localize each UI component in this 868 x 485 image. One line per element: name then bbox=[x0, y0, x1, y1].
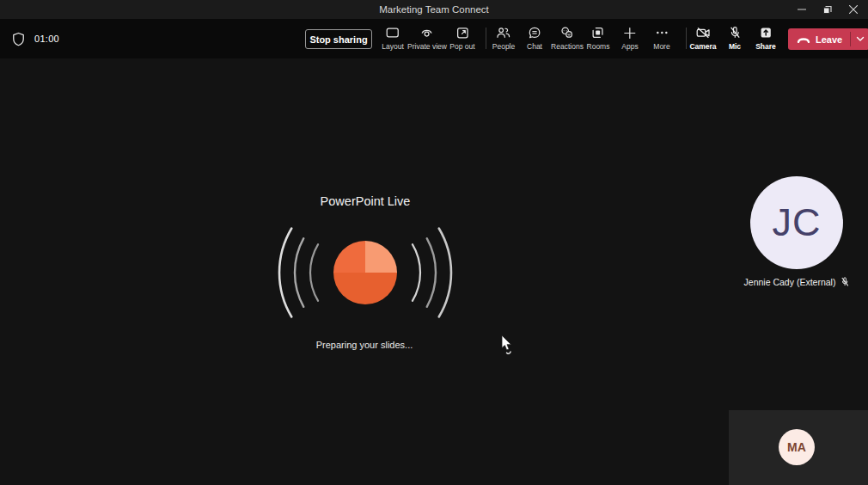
more-icon bbox=[655, 25, 669, 40]
apps-label: Apps bbox=[621, 42, 638, 51]
mouse-cursor bbox=[501, 335, 515, 354]
meeting-toolbar: 01:00 Stop sharing Layout Private view P… bbox=[0, 19, 868, 58]
share-label: Share bbox=[755, 42, 776, 51]
leave-options-button[interactable] bbox=[851, 28, 868, 50]
powerpoint-live-heading: PowerPoint Live bbox=[321, 194, 411, 208]
participant-muted-icon bbox=[840, 277, 849, 287]
people-button[interactable]: People bbox=[492, 25, 515, 51]
camera-label: Camera bbox=[689, 42, 716, 51]
self-view-tile[interactable]: MA bbox=[729, 410, 868, 485]
chat-button[interactable]: Chat bbox=[527, 25, 542, 51]
close-icon bbox=[849, 5, 858, 14]
reactions-icon bbox=[560, 25, 575, 40]
people-icon bbox=[496, 25, 511, 40]
apps-icon bbox=[624, 25, 637, 40]
more-label: More bbox=[653, 42, 669, 51]
chat-icon bbox=[528, 25, 541, 40]
restore-button[interactable] bbox=[815, 0, 840, 19]
layout-label: Layout bbox=[382, 42, 404, 51]
meeting-info: 01:00 bbox=[11, 19, 59, 58]
reactions-button[interactable]: Reactions bbox=[551, 25, 584, 51]
powerpoint-logo-icon bbox=[333, 241, 397, 304]
participant-tile[interactable]: JC Jennie Cady (External) bbox=[739, 170, 856, 291]
teams-meeting-window: { "window": { "title": "Marketing Team C… bbox=[0, 0, 868, 485]
people-label: People bbox=[492, 42, 515, 51]
mic-off-icon bbox=[728, 25, 742, 40]
participant-avatar: JC bbox=[750, 176, 843, 269]
minimize-icon bbox=[798, 5, 806, 14]
chevron-down-icon bbox=[856, 36, 865, 42]
leave-label: Leave bbox=[816, 34, 842, 45]
share-button[interactable]: Share bbox=[755, 25, 776, 51]
camera-button[interactable]: Camera bbox=[689, 25, 716, 51]
apps-button[interactable]: Apps bbox=[621, 25, 638, 51]
title-bar: Marketing Team Connect bbox=[0, 0, 868, 19]
stop-sharing-button[interactable]: Stop sharing bbox=[305, 29, 372, 49]
meeting-stage: PowerPoint Live Preparing your slides...… bbox=[0, 58, 868, 485]
rooms-icon bbox=[591, 25, 605, 40]
participant-initials: JC bbox=[773, 200, 822, 245]
chat-label: Chat bbox=[527, 42, 542, 51]
mic-label: Mic bbox=[729, 42, 741, 51]
toolbar-divider bbox=[686, 28, 687, 49]
meeting-timer: 01:00 bbox=[34, 34, 59, 44]
mic-button[interactable]: Mic bbox=[728, 25, 742, 51]
layout-icon bbox=[386, 25, 400, 40]
window-title: Marketing Team Connect bbox=[379, 4, 489, 15]
toolbar-divider bbox=[486, 28, 486, 49]
pop-out-icon bbox=[455, 25, 469, 40]
private-view-button[interactable]: Private view bbox=[407, 25, 447, 51]
more-button[interactable]: More bbox=[653, 25, 669, 51]
leave-button[interactable]: Leave bbox=[788, 28, 850, 50]
rooms-button[interactable]: Rooms bbox=[587, 25, 610, 51]
hang-up-icon bbox=[797, 35, 810, 44]
private-view-icon bbox=[419, 25, 434, 40]
minimize-button[interactable] bbox=[789, 0, 815, 19]
private-view-label: Private view bbox=[407, 42, 447, 51]
close-button[interactable] bbox=[840, 0, 866, 19]
leave-split-button: Leave bbox=[788, 28, 868, 50]
share-tray-icon bbox=[759, 25, 773, 40]
window-controls bbox=[789, 0, 866, 19]
participant-name-row: Jennie Cady (External) bbox=[744, 277, 850, 287]
self-avatar: MA bbox=[779, 429, 815, 465]
pop-out-button[interactable]: Pop out bbox=[449, 25, 474, 51]
camera-off-icon bbox=[695, 25, 711, 40]
participant-name: Jennie Cady (External) bbox=[744, 277, 836, 287]
preparing-slides-status: Preparing your slides... bbox=[316, 340, 413, 350]
restore-icon bbox=[822, 4, 833, 15]
shield-icon bbox=[11, 32, 26, 46]
layout-button[interactable]: Layout bbox=[382, 25, 404, 51]
self-initials: MA bbox=[787, 440, 806, 454]
rooms-label: Rooms bbox=[587, 42, 610, 51]
reactions-label: Reactions bbox=[551, 42, 584, 51]
pop-out-label: Pop out bbox=[449, 42, 474, 51]
